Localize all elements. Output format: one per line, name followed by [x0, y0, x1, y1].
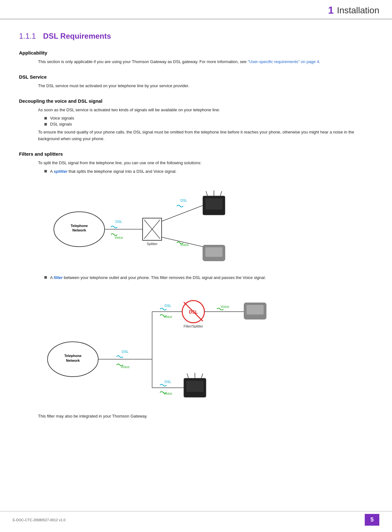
splitter-diagram: Telephone Network DSL Voice Splitter DSL	[38, 180, 373, 269]
filter-svg: Telephone Network DSL Voice DSL Voice DS…	[38, 286, 292, 407]
bullet-icon	[44, 276, 47, 279]
svg-rect-20	[205, 247, 222, 257]
page-header: 1 Installation	[0, 0, 392, 19]
svg-line-16	[220, 191, 222, 196]
bullet-icon	[44, 117, 47, 120]
subsection-applicability-heading: Applicability	[19, 50, 373, 55]
filter-bullet-list: A filter between your telephone outlet a…	[44, 275, 373, 280]
footer-doc-id: E-DOC-CTC-20080527-0012 v1.0	[13, 518, 65, 522]
bullet-filter: A filter between your telephone outlet a…	[44, 275, 373, 280]
svg-text:Voice: Voice	[221, 305, 229, 308]
bullet-dsl-signals: DSL signals	[44, 122, 373, 127]
svg-text:DSL: DSL	[164, 380, 171, 384]
filters-bullet-list: A splitter that splits the telephone sig…	[44, 169, 373, 174]
main-content: 1.1.1 DSL Requirements Applicability Thi…	[0, 19, 392, 441]
svg-text:DSL: DSL	[164, 304, 171, 308]
dsl-service-text: The DSL service must be activated on you…	[38, 83, 373, 89]
svg-text:DSL: DSL	[115, 220, 122, 224]
svg-line-14	[206, 191, 208, 196]
svg-text:Splitter: Splitter	[147, 242, 158, 246]
bullet-voice-signals: Voice signals	[44, 116, 373, 120]
svg-text:Network: Network	[66, 359, 80, 362]
decoupling-text: As soon as the DSL service is activated …	[38, 107, 373, 114]
svg-line-46	[201, 373, 203, 378]
subsection-filters-heading: Filters and splitters	[19, 151, 373, 157]
filters-intro-text: To split the DSL signal from the telepho…	[38, 160, 373, 166]
page-footer: E-DOC-CTC-20080527-0012 v1.0 5	[0, 511, 392, 526]
chapter-number: 1	[328, 4, 334, 16]
svg-text:Telephone: Telephone	[64, 354, 81, 358]
filter-link[interactable]: filter	[54, 275, 63, 280]
svg-rect-13	[205, 198, 222, 210]
bullet-icon	[44, 170, 47, 172]
splitter-svg: Telephone Network DSL Voice Splitter DSL	[38, 180, 260, 269]
filter-diagram: Telephone Network DSL Voice DSL Voice DS…	[38, 286, 373, 407]
bullet-splitter: A splitter that splits the telephone sig…	[44, 169, 373, 174]
bullet-splitter-text: A splitter that splits the telephone sig…	[50, 169, 177, 174]
svg-line-10	[162, 205, 203, 221]
svg-text:DSL: DSL	[122, 350, 128, 354]
bullet-dsl-text: DSL signals	[50, 122, 72, 127]
svg-rect-43	[186, 381, 203, 392]
decoupling-text2: To ensure the sound quality of your phon…	[38, 129, 373, 142]
applicability-text: This section is only applicable if you a…	[38, 59, 373, 65]
svg-text:Voice: Voice	[164, 315, 172, 319]
svg-text:Network: Network	[72, 228, 86, 232]
svg-line-44	[187, 373, 189, 378]
decoupling-bullet-list: Voice signals DSL signals	[44, 116, 373, 127]
splitter-link[interactable]: splitter	[54, 169, 67, 174]
subsection-decoupling-heading: Decoupling the voice and DSL signal	[19, 98, 373, 104]
chapter-title: Installation	[337, 5, 379, 16]
subsection-dsl-service-heading: DSL Service	[19, 74, 373, 80]
filter-conclusion-text: This filter may also be integrated in yo…	[38, 413, 373, 420]
user-specific-link[interactable]: "User-specific requirements" on page 4	[248, 59, 319, 64]
section-number: 1.1.1	[19, 32, 36, 40]
bullet-filter-text: A filter between your telephone outlet a…	[50, 275, 266, 280]
svg-text:Telephone: Telephone	[71, 224, 88, 228]
svg-text:Voice: Voice	[115, 236, 123, 239]
bullet-icon	[44, 123, 47, 126]
svg-text:DSL: DSL	[180, 198, 187, 202]
svg-text:Filter/Splitter: Filter/Splitter	[183, 324, 203, 328]
svg-text:Voice: Voice	[180, 243, 189, 247]
svg-rect-38	[247, 305, 264, 315]
page-number: 5	[365, 514, 379, 526]
section-title: DSL Requirements	[43, 32, 111, 40]
bullet-voice-text: Voice signals	[50, 116, 74, 120]
section-heading: 1.1.1 DSL Requirements	[19, 32, 373, 41]
